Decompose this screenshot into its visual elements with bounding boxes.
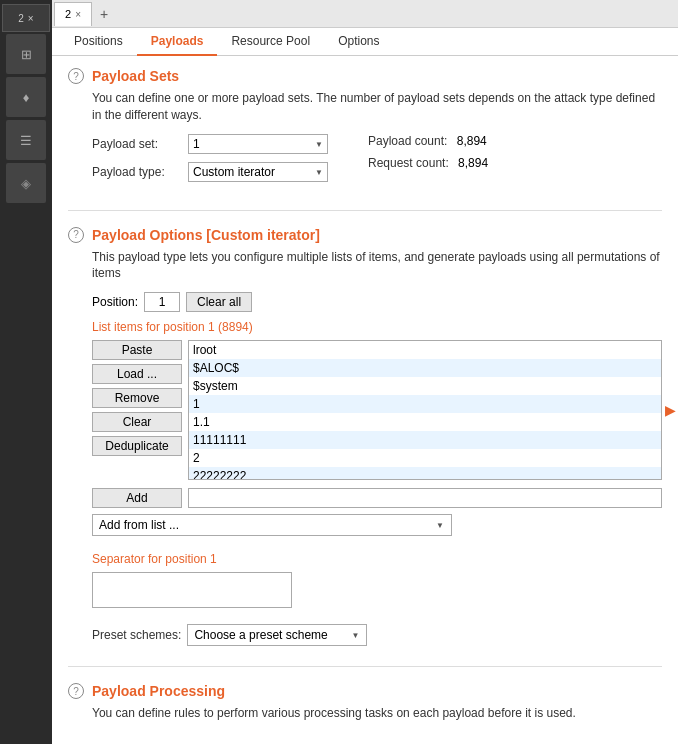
separator-input-wrap — [92, 572, 662, 608]
payload-counts: Payload count: 8,894 Request count: 8,89… — [368, 134, 488, 190]
payload-processing-section: ? Payload Processing You can define rule… — [68, 683, 662, 722]
request-count-row: Request count: 8,894 — [368, 156, 488, 170]
list-item[interactable]: 1 — [189, 395, 661, 413]
separator-label: Separator for position 1 — [92, 552, 662, 566]
preset-schemes-label: Preset schemes: — [92, 628, 181, 642]
tab-close-btn[interactable]: × — [75, 9, 81, 20]
load-button[interactable]: Load ... — [92, 364, 182, 384]
preset-schemes-select[interactable]: Choose a preset scheme — [187, 624, 367, 646]
paste-button[interactable]: Paste — [92, 340, 182, 360]
sidebar-icon-3: ☰ — [6, 120, 46, 160]
payload-processing-help-icon[interactable]: ? — [68, 683, 84, 699]
tab-number: 2 — [18, 13, 24, 24]
payload-set-label: Payload set: — [92, 137, 182, 151]
sidebar-icon-1: ⊞ — [6, 34, 46, 74]
list-label: List items for position 1 (8894) — [92, 320, 662, 334]
list-item[interactable]: 22222222 — [189, 467, 661, 480]
payload-set-select[interactable]: 1 — [188, 134, 328, 154]
list-buttons: Paste Load ... Remove Clear Deduplicate — [92, 340, 182, 480]
payload-options-help-icon[interactable]: ? — [68, 227, 84, 243]
plus-icon: + — [100, 6, 108, 22]
list-item[interactable]: 2 — [189, 449, 661, 467]
add-button[interactable]: Add — [92, 488, 182, 508]
tab-number-label: 2 — [65, 8, 71, 20]
remove-button[interactable]: Remove — [92, 388, 182, 408]
payload-options-desc: This payload type lets you configure mul… — [92, 249, 662, 283]
preset-schemes-wrap[interactable]: Choose a preset scheme — [187, 624, 367, 646]
payload-options-header: ? Payload Options [Custom iterator] — [68, 227, 662, 243]
payload-processing-header: ? Payload Processing — [68, 683, 662, 699]
payload-sets-help-icon[interactable]: ? — [68, 68, 84, 84]
deduplicate-button[interactable]: Deduplicate — [92, 436, 182, 456]
payload-sets-desc: You can define one or more payload sets.… — [92, 90, 662, 124]
tab-bar: 2 × + — [52, 0, 678, 28]
payload-sets-header: ? Payload Sets — [68, 68, 662, 84]
add-input[interactable] — [188, 488, 662, 508]
payload-processing-title: Payload Processing — [92, 683, 225, 699]
request-count-value: 8,894 — [458, 156, 488, 170]
main-area: 2 × + Positions Payloads Resource Pool O… — [52, 0, 678, 744]
payload-options-title: Payload Options [Custom iterator] — [92, 227, 320, 243]
position-label: Position: — [92, 295, 138, 309]
clear-button[interactable]: Clear — [92, 412, 182, 432]
divider-2 — [68, 666, 662, 667]
payload-type-label: Payload type: — [92, 165, 182, 179]
payload-type-select[interactable]: Custom iterator — [188, 162, 328, 182]
payload-count-row: Payload count: 8,894 — [368, 134, 488, 148]
payload-set-field: Payload set: 1 — [92, 134, 328, 154]
sidebar: 2 × ⊞ ♦ ☰ ◈ — [0, 0, 52, 744]
add-from-list-row: Add from list ... — [92, 514, 662, 536]
payload-type-field: Payload type: Custom iterator — [92, 162, 328, 182]
position-input[interactable] — [144, 292, 180, 312]
add-from-list-wrap[interactable]: Add from list ... — [92, 514, 452, 536]
add-row: Add — [92, 488, 662, 508]
tab-options[interactable]: Options — [324, 28, 393, 56]
tab-close-icon[interactable]: × — [28, 13, 34, 24]
payload-processing-desc: You can define rules to perform various … — [92, 705, 662, 722]
new-tab-button[interactable]: + — [94, 4, 114, 24]
payload-sets-section: ? Payload Sets You can define one or mor… — [68, 68, 662, 190]
payload-set-row: Payload set: 1 Payload type: Custom iter… — [92, 134, 328, 190]
payload-sets-form: Payload set: 1 Payload type: Custom iter… — [92, 134, 662, 190]
payload-options-section: ? Payload Options [Custom iterator] This… — [68, 227, 662, 647]
list-item[interactable]: $system — [189, 377, 661, 395]
sidebar-icon-4: ◈ — [6, 163, 46, 203]
payload-count-label: Payload count: — [368, 134, 447, 148]
separator-input[interactable] — [92, 572, 292, 608]
browser-tab-active[interactable]: 2 × — [54, 2, 92, 26]
clear-all-button[interactable]: Clear all — [186, 292, 252, 312]
list-item[interactable]: 1.1 — [189, 413, 661, 431]
sidebar-tab[interactable]: 2 × — [2, 4, 50, 32]
list-item[interactable]: 11111111 — [189, 431, 661, 449]
payload-sets-title: Payload Sets — [92, 68, 179, 84]
divider-1 — [68, 210, 662, 211]
position-row: Position: Clear all — [92, 292, 662, 312]
list-item[interactable]: lroot — [189, 341, 661, 359]
add-from-list-select[interactable]: Add from list ... — [92, 514, 452, 536]
list-content[interactable]: lroot $ALOC$ $system 1 1.1 11111111 2 22… — [188, 340, 662, 480]
list-arrow-icon: ▶ — [665, 402, 676, 418]
preset-row: Preset schemes: Choose a preset scheme — [92, 624, 662, 646]
tab-resource-pool[interactable]: Resource Pool — [217, 28, 324, 56]
payload-count-value: 8,894 — [457, 134, 487, 148]
list-item[interactable]: $ALOC$ — [189, 359, 661, 377]
tab-positions[interactable]: Positions — [60, 28, 137, 56]
nav-tabs: Positions Payloads Resource Pool Options — [52, 28, 678, 56]
content-area: ? Payload Sets You can define one or mor… — [52, 56, 678, 744]
tab-payloads[interactable]: Payloads — [137, 28, 218, 56]
payload-type-select-wrap[interactable]: Custom iterator — [188, 162, 328, 182]
request-count-label: Request count: — [368, 156, 449, 170]
list-area: Paste Load ... Remove Clear Deduplicate … — [92, 340, 662, 480]
sidebar-icon-2: ♦ — [6, 77, 46, 117]
payload-set-select-wrap[interactable]: 1 — [188, 134, 328, 154]
